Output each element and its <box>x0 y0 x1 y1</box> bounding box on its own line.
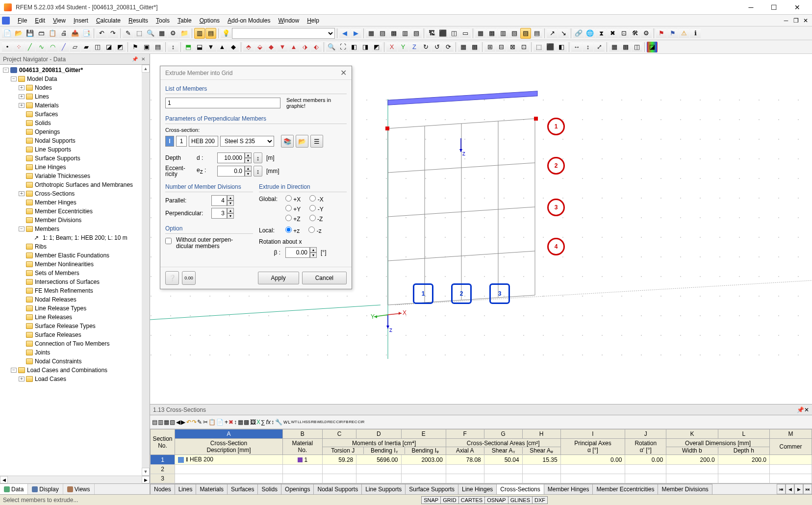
tree-item[interactable]: Line Hinges <box>1 163 149 172</box>
tb-b2[interactable]: ⬛ <box>437 28 448 39</box>
depth-up-icon[interactable]: ▲ <box>245 152 252 158</box>
tt-e[interactable]: ✎ <box>197 419 202 426</box>
list-members-input[interactable] <box>165 98 280 108</box>
copy-icon[interactable]: 📋 <box>47 28 58 39</box>
prev-icon[interactable]: ◀ <box>339 28 350 39</box>
tree-item[interactable]: Intersections of Surfaces <box>1 278 149 286</box>
pick-button[interactable]: 📂 <box>296 135 308 148</box>
tb2-f[interactable]: ▣ <box>141 42 152 52</box>
dir-lpz[interactable]: +z <box>285 227 300 234</box>
view-yr-icon[interactable]: ↺ <box>431 42 442 52</box>
tree-item[interactable]: Member Elastic Foundations <box>1 251 149 260</box>
tb-c5[interactable]: ▨ <box>520 28 531 39</box>
tree-item[interactable]: +Cross-Sections <box>1 189 149 198</box>
tree-item[interactable]: Surface Supports <box>1 154 149 163</box>
tree-member-child[interactable]: ↗1: 1; Beam; 1: HEB 200; L: 10 m <box>1 233 149 242</box>
table-tab[interactable]: Cross-Sections <box>496 484 544 494</box>
view-z-icon[interactable]: Z <box>409 42 420 52</box>
tt-f[interactable]: ↕ <box>234 419 237 426</box>
tb-a2[interactable]: ▨ <box>377 28 388 39</box>
export-icon[interactable]: 📤 <box>70 28 80 39</box>
panel1-icon[interactable]: ▥ <box>194 28 205 39</box>
align-icon[interactable]: ⊡ <box>618 28 629 39</box>
next-icon[interactable]: ▶ <box>351 28 361 39</box>
menu-table[interactable]: Table <box>174 16 196 25</box>
tb2-z[interactable]: ⊡ <box>518 42 529 52</box>
tree-item[interactable]: Line Releases <box>1 313 149 322</box>
tt-rec[interactable]: REC <box>328 420 336 424</box>
app-menu-icon[interactable] <box>2 17 10 25</box>
tb2-n[interactable]: ⬘ <box>243 42 254 52</box>
tb-b4[interactable]: ▭ <box>460 28 471 39</box>
dir-pz[interactable]: +Z <box>285 215 301 223</box>
tree-item[interactable]: Variable Thicknesses <box>1 172 149 180</box>
warn-icon[interactable]: ⚠ <box>679 28 689 39</box>
status-toggle[interactable]: OSNAP <box>484 496 508 504</box>
tb2-s[interactable]: ⬗ <box>300 42 310 52</box>
nav-tab-data[interactable]: Data <box>0 484 28 494</box>
member-icon[interactable]: ╱ <box>58 42 69 52</box>
tree-item[interactable]: +Nodes <box>1 83 149 92</box>
tt-ins[interactable]: + <box>225 419 228 426</box>
tree-item[interactable]: Nodal Supports <box>1 136 149 145</box>
hscroll-right-icon[interactable]: ▶ <box>142 476 150 483</box>
library-button[interactable]: 📚 <box>281 135 294 148</box>
tree-load-group[interactable]: −Load Cases and Combinations <box>1 366 149 375</box>
tree-item[interactable]: Solids <box>1 119 149 127</box>
report-icon[interactable]: 📑 <box>81 28 92 39</box>
navigator-hscroll[interactable]: ◀ ▶ <box>0 476 150 483</box>
tb-b1[interactable]: 🏗 <box>426 28 437 39</box>
view-xr-icon[interactable]: ↻ <box>420 42 431 52</box>
tt-prev[interactable]: ◀ <box>176 419 180 426</box>
tt-calc[interactable]: ∑ <box>261 419 265 426</box>
depth-down-icon[interactable]: ▼ <box>245 158 252 163</box>
tb-c6[interactable]: ▤ <box>532 28 542 39</box>
tb-d2[interactable]: ↘ <box>558 28 569 39</box>
cs-material-select[interactable]: Steel S 235 <box>220 136 274 147</box>
cube2-icon[interactable]: ◨ <box>360 42 371 52</box>
globe-icon[interactable]: 🌐 <box>584 28 595 39</box>
tb-a4[interactable]: ▥ <box>400 28 410 39</box>
tb-c1[interactable]: ▦ <box>475 28 486 39</box>
scroll-down-icon[interactable]: ▼ <box>142 468 150 476</box>
tt-ll[interactable]: LL <box>298 420 302 424</box>
nav-tab-views[interactable]: Views <box>63 484 95 494</box>
table-tab[interactable]: Member Eccentricities <box>592 484 658 494</box>
tb2-ab[interactable]: ⬛ <box>545 42 556 52</box>
navigator-tree[interactable]: −004613_200811_Gitter* −Model Data +Node… <box>0 65 150 476</box>
tt-rec2[interactable]: REC <box>349 420 357 424</box>
table-tab[interactable]: Lines <box>175 484 197 494</box>
tb2-d[interactable]: ◪ <box>103 42 114 52</box>
perp-down[interactable]: ▼ <box>227 213 234 219</box>
table-pin-icon[interactable]: 📌 <box>797 406 804 413</box>
table-row[interactable]: 1 I HEB 200 1 59.285696.002003.00 78.085… <box>151 455 812 465</box>
tt-wt[interactable]: WT <box>291 420 297 424</box>
tb-c4[interactable]: ▧ <box>509 28 520 39</box>
menu-insert[interactable]: Insert <box>70 16 92 25</box>
open-icon[interactable]: 📂 <box>13 28 24 39</box>
tt-w[interactable]: W <box>283 420 288 425</box>
tb2-g[interactable]: ▤ <box>152 42 163 52</box>
table-row[interactable]: 2 <box>151 465 812 474</box>
tree-item[interactable]: Member Divisions <box>1 216 149 225</box>
loadcase-dropdown[interactable] <box>232 28 335 39</box>
view-zr-icon[interactable]: ⟳ <box>443 42 454 52</box>
tt-del[interactable]: ✖ <box>228 419 233 426</box>
tree-item[interactable]: Line Release Types <box>1 304 149 313</box>
zoom-window-icon[interactable]: 🔍 <box>326 42 337 52</box>
tab-first[interactable]: ⏮ <box>777 484 786 494</box>
arc-icon[interactable]: ◠ <box>47 42 58 52</box>
table-tab[interactable]: Surface Supports <box>405 484 458 494</box>
tb2-p[interactable]: ◆ <box>266 42 277 52</box>
tb2-r[interactable]: ▲ <box>288 42 299 52</box>
table-row[interactable]: 3 <box>151 474 812 483</box>
dir-px[interactable]: +X <box>285 195 301 203</box>
dir-py[interactable]: +Y <box>285 205 301 213</box>
tb-d1[interactable]: ↗ <box>547 28 558 39</box>
ecc-down-icon[interactable]: ▼ <box>245 171 252 177</box>
tb2-ae[interactable]: ↕ <box>583 42 593 52</box>
cs-number-input[interactable] <box>176 136 187 147</box>
menu-addons[interactable]: Add-on Modules <box>224 16 274 25</box>
help-button[interactable]: ❔ <box>165 271 179 285</box>
tt-h[interactable]: ▩ <box>244 419 249 426</box>
